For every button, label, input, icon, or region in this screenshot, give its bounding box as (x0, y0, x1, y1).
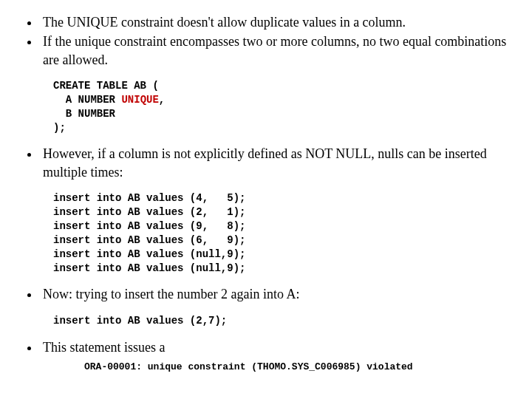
keyword-unique: UNIQUE (121, 94, 158, 106)
code-line: insert into AB values (2,7); (53, 315, 227, 327)
bullet-text: This statement issues a (43, 340, 165, 355)
code-line: insert into AB values (2, 1); (53, 206, 245, 218)
bullet-item: This statement issues a (40, 338, 511, 356)
document-page: The UNIQUE constraint doesn't allow dupl… (0, 0, 532, 391)
bullet-item: Now: trying to insert the number 2 again… (40, 285, 511, 303)
code-line: insert into AB values (null,9); (53, 248, 245, 260)
bullet-list: The UNIQUE constraint doesn't allow dupl… (21, 13, 511, 69)
code-line: CREATE TABLE AB ( (53, 80, 159, 92)
bullet-item: The UNIQUE constraint doesn't allow dupl… (40, 13, 511, 31)
code-block-insert-dup: insert into AB values (2,7); (53, 314, 511, 328)
bullet-text: However, if a column is not explicitly d… (43, 146, 487, 179)
bullet-text: Now: trying to insert the number 2 again… (43, 287, 299, 301)
code-block-create-table: CREATE TABLE AB ( A NUMBER UNIQUE, B NUM… (53, 79, 511, 135)
error-text: ORA-00001: unique constraint (THOMO.SYS_… (84, 361, 413, 372)
bullet-text: If the unique constraint encompasses two… (43, 34, 506, 66)
code-text: , (159, 94, 165, 106)
bullet-item: However, if a column is not explicitly d… (40, 145, 511, 181)
code-block-inserts: insert into AB values (4, 5); insert int… (53, 191, 511, 275)
code-line: insert into AB values (null,9); (53, 262, 245, 274)
code-line: ); (53, 122, 66, 134)
bullet-text: The UNIQUE constraint doesn't allow dupl… (43, 15, 406, 30)
code-line: insert into AB values (4, 5); (53, 192, 245, 204)
code-line: A NUMBER UNIQUE, (53, 94, 165, 106)
bullet-item: If the unique constraint encompasses two… (40, 33, 511, 69)
bullet-list: Now: trying to insert the number 2 again… (21, 285, 511, 303)
code-line: insert into AB values (6, 9); (53, 234, 245, 246)
bullet-list: This statement issues a (21, 338, 511, 356)
code-line: B NUMBER (53, 108, 115, 120)
code-text: A NUMBER (53, 94, 121, 106)
bullet-list: However, if a column is not explicitly d… (21, 145, 511, 181)
code-line: insert into AB values (9, 8); (53, 220, 245, 232)
code-block-error: ORA-00001: unique constraint (THOMO.SYS_… (84, 361, 511, 374)
